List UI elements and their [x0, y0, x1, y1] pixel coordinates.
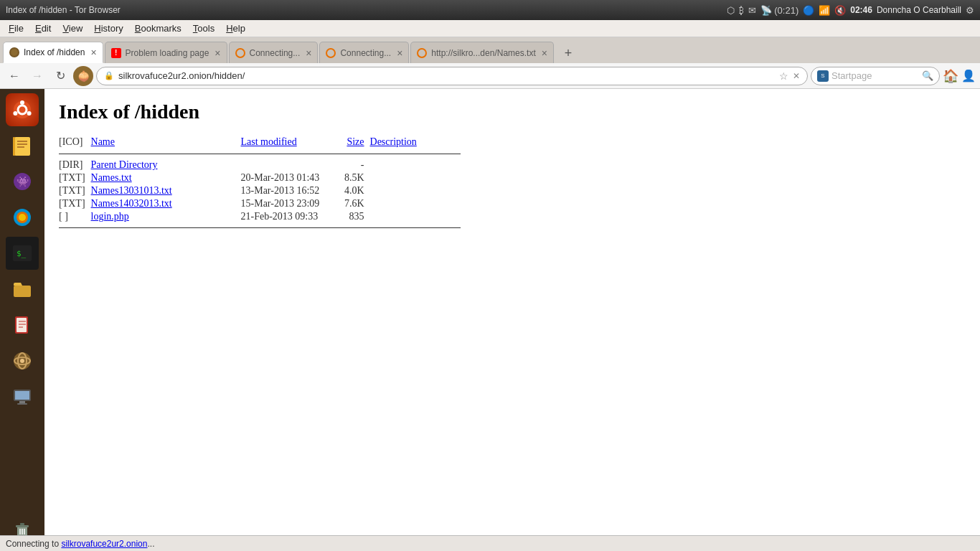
menu-tools[interactable]: Tools: [187, 22, 220, 35]
page-content: Index of /hidden [ICO] Name Last modifie…: [44, 89, 980, 551]
tray-volume-icon: 🔇: [834, 5, 846, 16]
tab-connecting-1[interactable]: Connecting... ×: [229, 42, 319, 63]
cell-date-names13: 13-Mar-2013 16:52: [241, 184, 341, 197]
tray-wifi-icon: 📶: [819, 5, 830, 16]
sidebar-tor[interactable]: [6, 344, 39, 377]
sidebar-firefox[interactable]: [6, 201, 39, 234]
sidebar: 👾 $_: [0, 89, 44, 551]
bookmark-star-icon[interactable]: ☆: [779, 70, 788, 82]
sidebar-empathy[interactable]: 👾: [6, 165, 39, 198]
header-name[interactable]: Name: [91, 135, 241, 149]
tab-close-4[interactable]: ×: [397, 47, 402, 59]
header-description[interactable]: Description: [370, 135, 461, 149]
tab-close-1[interactable]: ×: [90, 47, 96, 58]
svg-point-4: [13, 111, 17, 116]
system-clock: 02:46: [850, 5, 872, 15]
page-title: Index of /hidden: [59, 100, 966, 123]
sidebar-epub[interactable]: [6, 309, 39, 342]
address-bar[interactable]: 🔒 silkrovafuce2ur2.onion/hidden/ ☆ ✕: [96, 67, 808, 85]
tab-close-5[interactable]: ×: [542, 47, 547, 59]
menu-bar: File Edit View History Bookmarks Tools H…: [0, 20, 980, 37]
tab-bar: Index of /hidden × ! Problem loading pag…: [0, 37, 980, 63]
new-tab-button[interactable]: +: [558, 43, 578, 63]
row-names13031013: [TXT] Names13031013.txt 13-Mar-2013 16:5…: [59, 184, 461, 197]
tab-label-2: Problem loading page: [126, 48, 209, 58]
tab-favicon-5: [417, 48, 427, 58]
tray-battery-icon: 📡 (0:21): [760, 5, 799, 16]
cell-name-names13[interactable]: Names13031013.txt: [91, 184, 241, 197]
tray-mail-icon: ✉: [748, 5, 756, 16]
cell-ico-parent: [DIR]: [59, 159, 91, 171]
menu-view[interactable]: View: [57, 22, 88, 35]
reload-button[interactable]: ↻: [50, 66, 70, 86]
tab-index-hidden[interactable]: Index of /hidden ×: [3, 42, 103, 63]
directory-table: [ICO] Name Last modified Size Descriptio…: [59, 135, 461, 232]
svg-point-26: [20, 359, 24, 363]
tray-pgp-icon: ⬡: [727, 5, 735, 16]
sidebar-files[interactable]: [6, 273, 39, 306]
cell-desc-login: [370, 210, 461, 223]
menu-edit[interactable]: Edit: [29, 22, 57, 35]
sidebar-notes[interactable]: [6, 129, 39, 162]
search-icon[interactable]: 🔍: [922, 70, 933, 81]
header-ico: [ICO]: [59, 135, 91, 149]
menu-file[interactable]: File: [3, 22, 29, 35]
tab-names-txt[interactable]: http://silkro...den/Names.txt ×: [410, 42, 554, 63]
system-tray: ⬡ ₿ ✉ 📡 (0:21) 🔵 📶 🔇 02:46 Donncha O Cea…: [727, 5, 974, 16]
search-bar[interactable]: S Startpage 🔍: [811, 67, 940, 85]
status-bar: Connecting to silkrovafuce2ur2.onion...: [0, 535, 980, 551]
url-text: silkrovafuce2ur2.onion/hidden/: [118, 70, 775, 81]
cell-name-parent[interactable]: Parent Directory: [91, 159, 241, 171]
svg-rect-9: [13, 137, 15, 156]
cell-date-names14: 15-Mar-2013 23:09: [241, 197, 341, 210]
sidebar-terminal[interactable]: $_: [6, 237, 39, 270]
lock-icon: 🔒: [104, 71, 114, 80]
svg-point-3: [27, 111, 32, 116]
menu-history[interactable]: History: [88, 22, 128, 35]
sidebar-display[interactable]: [6, 380, 39, 413]
svg-rect-30: [17, 403, 27, 405]
status-url[interactable]: silkrovafuce2ur2.onion: [61, 539, 147, 549]
svg-text:👾: 👾: [17, 176, 29, 188]
cell-name-names[interactable]: Names.txt: [91, 171, 241, 184]
svg-point-2: [20, 100, 24, 105]
clear-url-icon[interactable]: ✕: [793, 71, 800, 81]
cell-name-names14[interactable]: Names14032013.txt: [91, 197, 241, 210]
cell-ico-names13: [TXT]: [59, 184, 91, 197]
cell-desc-parent: [370, 159, 461, 171]
tab-connecting-2[interactable]: Connecting... ×: [319, 42, 409, 63]
row-names14032013: [TXT] Names14032013.txt 15-Mar-2013 23:0…: [59, 197, 461, 210]
system-settings-icon[interactable]: ⚙: [966, 5, 974, 16]
menu-bookmarks[interactable]: Bookmarks: [129, 22, 187, 35]
cell-date-names: 20-Mar-2013 01:43: [241, 171, 341, 184]
tab-close-2[interactable]: ×: [215, 47, 220, 59]
home-button[interactable]: 🏠: [943, 68, 958, 84]
cell-date-login: 21-Feb-2013 09:33: [241, 210, 341, 223]
cell-size-parent: -: [341, 159, 370, 171]
back-button[interactable]: ←: [4, 66, 24, 86]
svg-rect-19: [17, 318, 27, 332]
tab-problem[interactable]: ! Problem loading page ×: [105, 42, 227, 63]
tab-close-3[interactable]: ×: [306, 47, 311, 59]
menu-help[interactable]: Help: [220, 22, 251, 35]
sidebar-ubuntu[interactable]: [6, 93, 39, 126]
tab-label-4: Connecting...: [340, 48, 391, 58]
nav-bar: ← → ↻ 🧅 🔒 silkrovafuce2ur2.onion/hidden/…: [0, 63, 980, 89]
tab-favicon-2: !: [111, 48, 121, 58]
header-size[interactable]: Size: [341, 135, 370, 149]
svg-text:$_: $_: [17, 249, 27, 258]
tab-favicon-4: [326, 48, 336, 58]
main-layout: 👾 $_ Index of /hidden [IC: [0, 89, 980, 551]
tor-button[interactable]: 🧅: [73, 66, 93, 86]
svg-rect-28: [15, 391, 29, 400]
cell-ico-names: [TXT]: [59, 171, 91, 184]
status-text: Connecting to silkrovafuce2ur2.onion...: [6, 539, 154, 549]
header-lastmodified[interactable]: Last modified: [241, 135, 341, 149]
persona-button[interactable]: 👤: [961, 69, 976, 83]
forward-button[interactable]: →: [27, 66, 47, 86]
row-parent-dir: [DIR] Parent Directory -: [59, 159, 461, 171]
tab-label-3: Connecting...: [250, 48, 301, 58]
cell-name-login[interactable]: login.php: [91, 210, 241, 223]
cell-size-login: 835: [341, 210, 370, 223]
title-bar-left: Index of /hidden - Tor Browser: [6, 5, 121, 15]
